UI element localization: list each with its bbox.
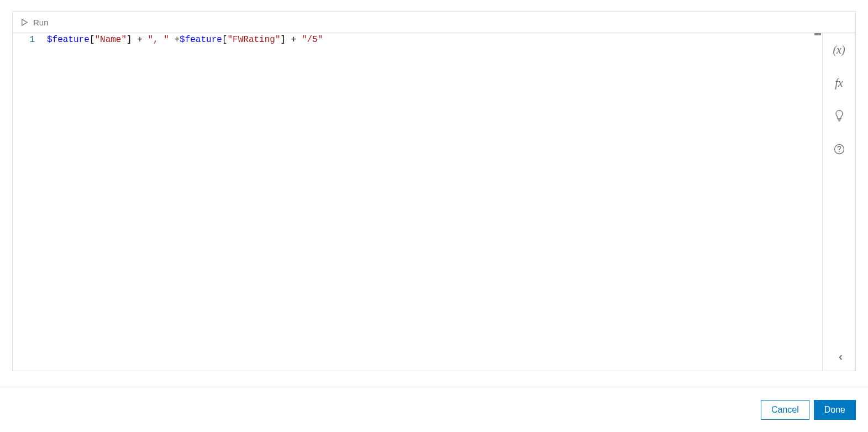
scroll-position-indicator bbox=[814, 33, 821, 35]
svg-point-3 bbox=[839, 151, 840, 152]
code-token: [ bbox=[90, 35, 95, 45]
footer-divider bbox=[0, 387, 868, 387]
functions-icon[interactable]: fx bbox=[833, 76, 846, 89]
footer-buttons: Cancel Done bbox=[761, 400, 856, 420]
code-token: ", " bbox=[148, 35, 169, 45]
editor-toolbar: Run bbox=[13, 12, 855, 33]
code-token: + bbox=[169, 35, 180, 45]
collapse-panel-icon[interactable]: ‹‹ bbox=[823, 350, 855, 363]
code-token: "/5" bbox=[302, 35, 323, 45]
code-token: $feature bbox=[180, 35, 222, 45]
variables-icon[interactable]: (x) bbox=[833, 43, 846, 56]
help-icon[interactable] bbox=[833, 143, 846, 156]
line-number: 1 bbox=[13, 34, 35, 46]
cancel-button[interactable]: Cancel bbox=[761, 400, 809, 420]
editor-scrollbar[interactable] bbox=[813, 33, 822, 371]
side-panel: (x) fx ‹‹ bbox=[822, 33, 855, 371]
code-token: "Name" bbox=[94, 35, 127, 45]
code-editor[interactable]: 1 $feature["Name"] + ", " +$feature["FWR… bbox=[13, 33, 822, 371]
done-button[interactable]: Done bbox=[814, 400, 856, 420]
expression-editor-panel: Run 1 $feature["Name"] + ", " +$feature[… bbox=[12, 11, 856, 371]
code-token: "FWRating" bbox=[227, 35, 280, 45]
suggestions-icon[interactable] bbox=[833, 109, 846, 123]
code-token: ] + bbox=[280, 35, 301, 45]
play-icon bbox=[20, 18, 29, 27]
line-gutter: 1 bbox=[13, 33, 47, 371]
run-button[interactable]: Run bbox=[18, 12, 51, 33]
code-token: ] + bbox=[127, 35, 148, 45]
run-button-label: Run bbox=[33, 18, 49, 27]
editor-body: 1 $feature["Name"] + ", " +$feature["FWR… bbox=[13, 33, 855, 371]
code-token: $feature bbox=[47, 35, 90, 45]
code-area[interactable]: $feature["Name"] + ", " +$feature["FWRat… bbox=[47, 33, 822, 371]
